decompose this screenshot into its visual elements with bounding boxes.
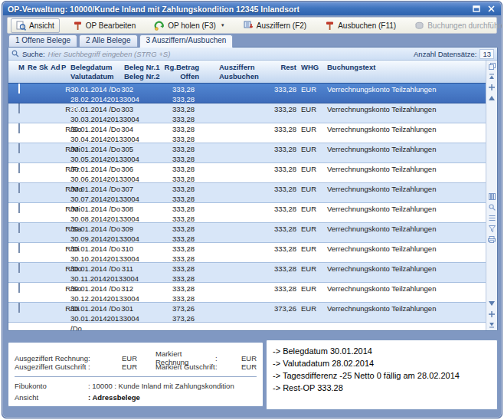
cell-betrag: 333,28 (133, 264, 195, 274)
cell-belegdatum: 30.01.2014 /Do (70, 84, 120, 94)
row-checkbox[interactable] (18, 223, 20, 233)
row-checkbox[interactable] (18, 163, 20, 173)
columns-icon[interactable] (488, 192, 496, 200)
view-icon (16, 21, 26, 31)
info-belegdatum: -> Belegdatum 30.01.2014 (273, 345, 491, 357)
nav-down-icon[interactable] (488, 310, 496, 318)
ansicht-row-value: : Adressbelege (88, 393, 257, 402)
toolbar: Ansicht OP Bearbeiten OP holen (F3) ▼ Au… (7, 17, 497, 34)
cell-betrag: 333,28 (133, 184, 195, 194)
panel-divider (15, 376, 257, 377)
table-row[interactable]: R 30.01.2014 /Do308 30.08.2014 /Sa201330… (8, 203, 486, 223)
ansicht-button[interactable]: Ansicht (11, 18, 60, 33)
col-re: Re (28, 61, 39, 72)
ausziffern-icon (244, 21, 254, 31)
cell-nr1: 301 (121, 304, 133, 313)
buchungen-durchfuehren-button: Buchungen durchführen (F10) (409, 18, 502, 33)
row-checkbox[interactable] (18, 183, 20, 193)
tab-offene-belege[interactable]: 1 Offene Belege (8, 34, 77, 47)
window-title: OP-Verwaltung: 10000/Kunde Inland mit Za… (8, 5, 299, 14)
cell-belegdatum: 30.01.2014 /Do (70, 124, 120, 134)
cell-belegdatum: 30.01.2014 /Do (70, 244, 120, 254)
search-icon (11, 50, 19, 57)
ausziffern-button[interactable]: Ausziffern (F2) (238, 18, 312, 33)
cell-sk (39, 84, 51, 114)
ausbuchen-button[interactable]: Ausbuchen (F11) (319, 18, 401, 33)
cell-nr1: 308 (121, 204, 133, 214)
chevron-down-icon[interactable]: ▼ (221, 23, 225, 28)
table-row[interactable]: R 30.01.2014 /Do301 30.01.2014 /Do201330… (8, 303, 486, 323)
search-input[interactable]: Hier Suchbegriff eingeben (STRG +S) (48, 50, 411, 58)
table-row[interactable]: R 30.01.2014 /Do309 30.09.2014 /Di201330… (8, 223, 486, 243)
row-checkbox[interactable] (18, 263, 20, 273)
col-belegdatum: BelegdatumValutadatum (70, 61, 124, 81)
table-row[interactable]: R 30.01.2014 /Do312 30.12.2014 /Di201330… (8, 283, 486, 303)
ansicht-row-label: Ansicht (15, 393, 88, 402)
info-rest-op: -> Rest-OP 333.28 (273, 382, 491, 394)
step-up-icon[interactable] (488, 94, 496, 102)
table-side-toolbar (486, 61, 497, 330)
row-checkbox[interactable] (18, 123, 20, 133)
step-down-icon[interactable] (488, 300, 496, 307)
table-row[interactable]: R 30.01.2014 /Do306 30.06.2014 /Mo201330… (8, 163, 486, 183)
col-beleg-nr: Beleg Nr.1Beleg Nr.2 (124, 61, 164, 81)
table-row[interactable]: R 30.01.2014 /Do311 30.11.2014 /So201330… (8, 263, 486, 283)
restore-icon[interactable] (471, 5, 481, 14)
markiert-gutschrift-value: EUR (220, 363, 257, 371)
cell-text: Verrechnungskonto Teilzahlungen (318, 84, 486, 114)
cell-nr1: 311 (122, 264, 133, 274)
fetch-icon (154, 21, 165, 31)
op-holen-label: OP holen (F3) (168, 21, 216, 30)
copy-icon[interactable] (488, 62, 496, 70)
row-checkbox[interactable] (18, 243, 20, 253)
op-bearbeiten-label: OP Bearbeiten (86, 21, 136, 30)
cell-valutadatum: 28.02.2014 /Fr (70, 94, 107, 114)
print-icon[interactable] (488, 235, 496, 243)
cell-nr1: 312 (121, 284, 133, 294)
summary-panel: Ausgeziffert Rechnung : EUR Markiert Rec… (8, 342, 263, 407)
list-icon[interactable] (488, 214, 496, 221)
op-holen-button[interactable]: OP holen (F3) ▼ (149, 18, 231, 33)
hammer-icon (325, 21, 335, 31)
row-checkbox[interactable] (18, 143, 20, 153)
table-row[interactable]: R 30.01.2014 /Do310 30.10.2014 /Do201330… (8, 243, 486, 263)
op-bearbeiten-button[interactable]: OP Bearbeiten (67, 18, 141, 33)
cell-sk (39, 303, 51, 331)
cell-ausziffern (198, 84, 270, 114)
scroll-bottom-icon[interactable] (488, 321, 496, 329)
tab-ausziffern-ausbuchen[interactable]: 3 Ausziffern/Ausbuchen (139, 34, 234, 48)
table-row[interactable]: R 30.01.2014 /Do304 30.04.2014 /Mi201330… (8, 123, 486, 143)
tab-alle-belege[interactable]: 2 Alle Belege (79, 34, 137, 47)
filter-icon[interactable] (488, 225, 496, 232)
table-header: M Re Sk Ad P BelegdatumValutadatum Beleg… (8, 61, 486, 84)
info-valutadatum: -> Valutadatum 28.02.2014 (273, 357, 491, 369)
col-sk: Sk (39, 61, 51, 72)
close-icon[interactable] (486, 5, 496, 14)
record-count-value: 13 (479, 49, 494, 59)
row-checkbox[interactable] (18, 203, 20, 213)
search-icon[interactable] (488, 203, 496, 211)
search-bar[interactable]: Suche: Hier Suchbegriff eingeben (STRG +… (8, 48, 497, 61)
tab-bar: 1 Offene Belege 2 Alle Belege 3 Ausziffe… (8, 34, 233, 47)
table-row[interactable]: R 30.01.2014 /Do307 30.07.2014 /Mi201330… (8, 183, 486, 203)
ausbuchen-label: Ausbuchen (F11) (338, 21, 396, 30)
cell-valutadatum: 30.01.2014 /Do (70, 313, 107, 331)
col-m: M (18, 61, 28, 72)
cell-re (28, 303, 39, 331)
nav-up-icon[interactable] (488, 84, 496, 91)
col-rg-betrag: Rg.BetragOffen (164, 61, 199, 81)
cell-betrag: 333,28 (133, 124, 195, 134)
info-tagesdifferenz: -> Tagesdifferenz -25 Netto 0 fällig am … (273, 369, 491, 382)
cell-nr1: 302 (121, 84, 133, 94)
col-whg: WHG (296, 61, 318, 72)
row-checkbox[interactable] (18, 283, 20, 293)
col-buchungstext: Buchungstext (318, 61, 486, 72)
table-row[interactable]: R 30.01.2014 /Do302 28.02.2014 /Fr201330… (8, 83, 486, 103)
cell-betrag: 333,28 (133, 164, 195, 174)
cell-betrag: 333,28 (133, 204, 195, 214)
ausziffern-label: Ausziffern (F2) (257, 21, 306, 30)
table-row[interactable]: R 30.01.2014 /Do305 30.05.2014 /Fr201330… (8, 143, 486, 163)
scroll-top-icon[interactable] (488, 73, 496, 80)
row-checkbox[interactable] (18, 303, 20, 313)
row-checkbox[interactable] (18, 84, 20, 94)
